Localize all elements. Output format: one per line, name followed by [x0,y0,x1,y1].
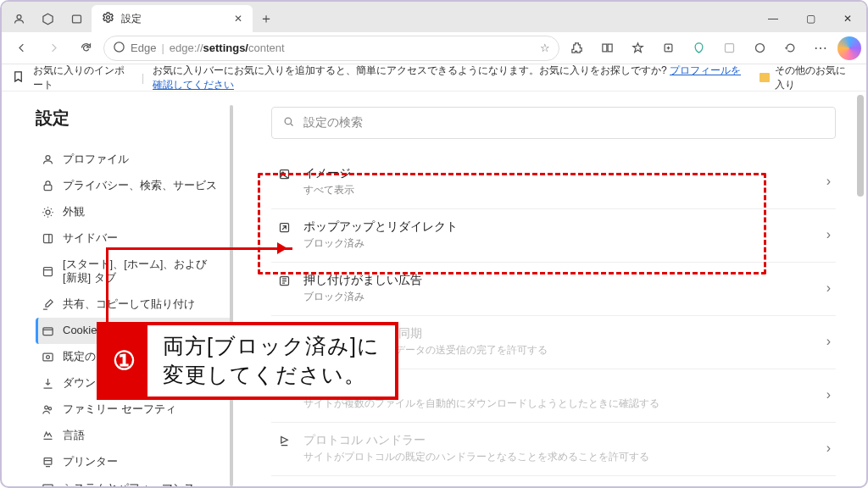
setting-subtitle: すべて表示 [303,184,815,197]
favorite-star-icon[interactable]: ☆ [540,42,550,54]
sidebar-item-0[interactable]: プロファイル [36,147,232,173]
url-protocol: Edge [131,42,156,54]
svg-point-11 [46,210,50,214]
sidebar-item-label: サイドバー [63,231,118,246]
browser-essentials-icon[interactable] [685,36,712,61]
edge-logo-icon [113,41,125,56]
read-aloud-icon[interactable] [715,36,743,61]
svg-rect-14 [42,328,52,336]
sidebar-item-label: 外観 [63,205,85,219]
svg-point-16 [46,356,49,359]
search-icon [282,115,295,130]
sidebar-item-label: プライバシー、検索、サービス [63,179,217,193]
minimize-button[interactable]: ― [754,5,792,32]
sidebar-item-4[interactable]: [スタート]、[ホーム]、および [新規] タブ [36,252,232,292]
new-tab-button[interactable]: ＋ [254,10,278,28]
url-box[interactable]: Edge | edge://settings/content ☆ [103,36,559,61]
setting-row-6[interactable]: MIDI デバイスの制御と再プログラミング› [271,475,836,486]
sidebar-item-5[interactable]: 共有、コピーして貼り付け [36,291,232,318]
setting-icon [276,433,292,463]
sidebar-item-label: ファミリー セーフティ [63,402,176,417]
sidebar-item-label: 共有、コピーして貼り付け [63,297,195,312]
downloads-icon[interactable] [746,36,773,61]
setting-icon [276,166,292,197]
back-button[interactable] [7,36,36,61]
svg-rect-10 [44,185,52,190]
setting-title: 押し付けがましい広告 [303,273,815,288]
svg-point-17 [44,406,47,409]
setting-subtitle: ブロック済み [303,291,815,303]
sidebar-item-11[interactable]: プリンター [36,449,232,475]
setting-row-5[interactable]: プロトコル ハンドラーサイトがプロトコルの既定のハンドラーとなることを求めること… [271,422,836,475]
tab-actions-icon[interactable] [63,5,90,32]
address-bar: Edge | edge://settings/content ☆ ⋯ [2,32,866,64]
more-icon[interactable]: ⋯ [807,36,834,61]
collections-icon[interactable] [654,36,682,61]
svg-point-9 [46,155,50,159]
import-favorites[interactable]: お気に入りのインポート [33,64,133,92]
profile-icon[interactable] [5,5,32,32]
copilot-icon[interactable] [837,36,861,60]
setting-title: イメージ [303,166,815,181]
chevron-right-icon: › [826,441,831,456]
sidebar-icon [41,376,54,390]
refresh-button[interactable] [71,36,100,61]
sidebar-icon [41,324,54,338]
workspaces-icon[interactable] [34,5,61,32]
sidebar-item-12[interactable]: システムとパフォーマンス [36,475,232,488]
svg-rect-13 [43,267,52,275]
maximize-button[interactable]: ▢ [792,5,829,32]
favorites-bar: お気に入りのインポート | お気に入りバーにお気に入りを追加すると、簡単にアクセ… [2,64,866,92]
setting-row-2[interactable]: 押し付けがましい広告ブロック済み› [271,262,836,315]
extensions-icon[interactable] [563,36,590,61]
history-icon[interactable] [776,36,804,61]
chevron-right-icon: › [826,387,831,402]
search-placeholder: 設定の検索 [303,115,363,130]
svg-point-18 [48,408,51,410]
setting-row-0[interactable]: イメージすべて表示› [271,156,836,208]
settings-search[interactable]: 設定の検索 [271,107,836,139]
favorites-icon[interactable] [624,36,651,61]
sidebar-item-label: 言語 [63,429,85,443]
chevron-right-icon: › [826,174,831,189]
bookmark-import-icon [12,70,25,86]
setting-subtitle: ブロック済み [303,237,815,250]
svg-rect-4 [602,44,606,52]
sidebar-item-9[interactable]: ファミリー セーフティ [36,396,232,423]
tab-title: 設定 [121,12,142,26]
sidebar-icon [41,402,54,416]
sidebar-item-2[interactable]: 外観 [36,199,232,225]
page-scrollbar[interactable] [857,95,864,197]
split-screen-icon[interactable] [593,36,620,61]
sidebar-icon [41,179,54,192]
callout-number: ① [100,325,147,396]
other-favorites[interactable]: その他のお気に入り [775,64,856,92]
setting-subtitle: サイトがプロトコルの既定のハンドラーとなることを求めることを許可する [303,451,815,463]
sidebar-item-label: システムとパフォーマンス [63,481,195,488]
svg-rect-20 [42,485,52,488]
gear-icon [102,11,114,26]
svg-point-2 [107,16,110,19]
chevron-right-icon: › [826,280,831,296]
callout-text: 両方[ブロック済み]に変更してください。 [147,325,395,396]
svg-rect-12 [43,234,52,242]
sidebar-icon [41,429,54,442]
settings-sidebar: 設定 プロファイルプライバシー、検索、サービス外観サイドバー[スタート]、[ホー… [2,92,232,486]
chevron-right-icon: › [826,334,831,349]
close-icon[interactable]: ✕ [231,13,246,25]
svg-point-3 [114,42,124,51]
setting-icon [276,273,292,303]
setting-row-1[interactable]: ポップアップとリダイレクトブロック済み› [271,208,836,262]
sidebar-item-1[interactable]: プライバシー、検索、サービス [36,173,232,199]
annotation-arrow [106,247,292,250]
tab-settings[interactable]: 設定 ✕ [92,5,253,32]
url-path: edge://settings/content [170,42,285,54]
svg-rect-1 [72,15,81,23]
sidebar-icon [41,152,54,166]
sidebar-icon [41,455,54,469]
svg-point-8 [755,44,764,53]
sidebar-item-10[interactable]: 言語 [36,423,232,449]
close-window-button[interactable]: ✕ [829,5,866,32]
folder-icon [760,73,770,82]
sidebar-icon [41,205,54,219]
